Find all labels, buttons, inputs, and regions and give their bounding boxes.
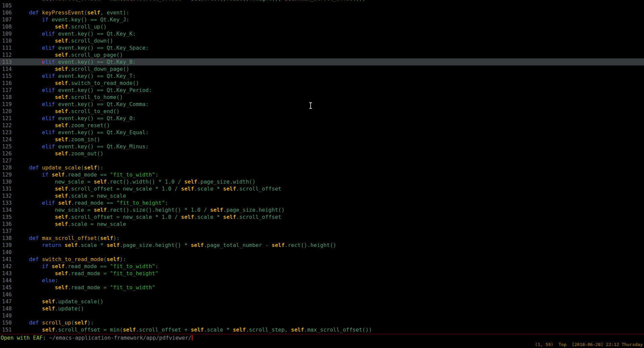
code-line[interactable]: 108 self.scroll_up() [0,23,644,30]
code-line[interactable]: 139 return self.scale * self.page_size.h… [0,242,644,249]
code-line[interactable]: 128 def update_scale(self): [0,164,644,171]
code-line[interactable]: 125 elif event.key() == Qt.Key_Minus: [0,143,644,150]
line-code: elif event.key() == Qt.Key_Equal: [16,129,644,136]
line-code: self.scroll_down() [16,37,644,44]
code-line[interactable]: 138 def max_scroll_offset(self): [0,235,644,242]
code-line[interactable]: 149 [0,312,644,319]
line-code: elif event.key() == Qt.Key_K: [16,30,644,37]
code-line[interactable]: 120 self.scroll_to_end() [0,108,644,115]
code-line[interactable]: 119 elif event.key() == Qt.Key_Comma: [0,101,644,108]
line-code: if self.read_mode == "fit_to_width": [16,171,644,178]
code-line[interactable]: 145 self.read_mode = "fit_to_width" [0,284,644,291]
line-code: self.read_mode = "fit_to_width" [16,284,644,291]
code-line[interactable]: 127 [0,157,644,164]
code-line[interactable]: 112 self.scroll_up_page() [0,51,644,58]
code-line[interactable]: 135 self.scroll_offset = new_scale * 1.0… [0,213,644,220]
code-line[interactable]: 151 self.scroll_offset = min(self.scroll… [0,326,644,333]
code-line[interactable]: 105 [0,2,644,9]
code-line[interactable]: 134 new_scale = self.rect().size().heigh… [0,206,644,213]
tray-info: (1, 59) Top [2018-06-28] 22:12 Thursday [535,342,643,347]
line-code: self.update_scale() [16,298,644,305]
code-line[interactable]: 148 self.update() [0,305,644,312]
line-code: def switch_to_read_mode(self): [16,256,644,263]
code-line[interactable]: 130 new_scale = self.rect().width() * 1.… [0,178,644,185]
line-code: self.scale = new_scale [16,220,644,228]
line-code: self.scroll_to_end() [16,108,644,115]
line-number: 129 [0,171,16,178]
line-number: 144 [0,277,16,284]
line-number: 128 [0,164,16,171]
code-line[interactable]: 116 self.switch_to_read_mode() [0,80,644,87]
code-line[interactable]: 143 self.read_mode = "fit_to_height" [0,270,644,277]
line-code: self.switch_to_read_mode() [16,80,644,87]
line-code: self.zoom_in() [16,136,644,143]
code-line[interactable]: 137 [0,228,644,235]
line-number: 131 [0,185,16,192]
code-line[interactable]: 141 def switch_to_read_mode(self): [0,256,644,263]
code-line[interactable]: 114 self.scroll_down_page() [0,65,644,72]
line-code: new_scale = self.rect().size().height() … [16,206,644,213]
code-line[interactable]: 122 self.zoom_reset() [0,122,644,129]
code-line[interactable]: 115 elif event.key() == Qt.Key_T: [0,72,644,80]
code-line[interactable]: 111 elif event.key() == Qt.Key_Space: [0,44,644,51]
line-number: 117 [0,87,16,94]
code-line[interactable]: 150 def scroll_up(self): [0,319,644,326]
emacs-frame: self.scroll_offset = min(self.scroll_off… [0,0,644,348]
line-number: 140 [0,249,16,256]
code-line[interactable]: 146 [0,291,644,298]
line-code [16,249,644,256]
code-line[interactable]: 147 self.update_scale() [0,298,644,305]
code-line[interactable]: 110 self.scroll_down() [0,37,644,44]
mouse-cursor-ibeam [310,103,311,108]
line-number: 148 [0,305,16,312]
code-line[interactable]: 109 elif event.key() == Qt.Key_K: [0,30,644,37]
line-number: 141 [0,256,16,263]
line-code: self.zoom_out() [16,150,644,157]
code-line[interactable]: 117 elif event.key() == Qt.Key_Period: [0,87,644,94]
code-line[interactable]: 129 if self.read_mode == "fit_to_width": [0,171,644,178]
line-number: 116 [0,80,16,87]
line-number: 107 [0,16,16,23]
code-line[interactable]: 144 else: [0,277,644,284]
line-number: 136 [0,220,16,228]
line-number: 127 [0,157,16,164]
line-number: 132 [0,192,16,199]
line-number: 146 [0,291,16,298]
code-line[interactable]: 107 if event.key() == Qt.Key_J: [0,16,644,23]
line-code: if event.key() == Qt.Key_J: [16,16,644,23]
minibuffer-input[interactable]: ~/emacs-application-framework/app/pdfvie… [49,335,192,341]
line-number: 108 [0,23,16,30]
line-code: self.scroll_offset = min(self.scroll_off… [16,326,644,333]
line-code: def keyPressEvent(self, event): [16,9,644,16]
line-number: 133 [0,199,16,206]
line-code: self.zoom_reset() [16,122,644,129]
code-line[interactable]: 106 def keyPressEvent(self, event): [0,9,644,16]
code-line[interactable]: 136 self.scale = new_scale [0,220,644,228]
line-number: 139 [0,242,16,249]
code-line[interactable]: 142 if self.read_mode == "fit_to_width": [0,263,644,270]
code-line[interactable]: 124 self.zoom_in() [0,136,644,143]
line-number: 134 [0,206,16,213]
code-line[interactable]: 121 elif event.key() == Qt.Key_0: [0,115,644,122]
code-line[interactable]: 131 self.scroll_offset = new_scale * 1.0… [0,185,644,192]
line-number: 126 [0,150,16,157]
line-code: self.scroll_offset = new_scale * 1.0 / s… [16,185,644,192]
code-line[interactable]: 133 elif self.read_mode == "fit_to_heigh… [0,199,644,206]
code-line-current[interactable]: 113 elif event.key() == Qt.Key_B: [0,58,644,65]
code-line[interactable]: 126 self.zoom_out() [0,150,644,157]
line-number: 115 [0,72,16,80]
minibuffer-cursor [192,335,193,340]
line-code: elif event.key() == Qt.Key_0: [16,115,644,122]
line-code [16,157,644,164]
code-line[interactable]: 118 self.scroll_to_home() [0,94,644,101]
code-line[interactable]: 123 elif event.key() == Qt.Key_Equal: [0,129,644,136]
line-number: 135 [0,213,16,220]
code-line[interactable]: 132 self.scale = new_scale [0,192,644,199]
code-buffer[interactable]: self.scroll_offset = min(self.scroll_off… [0,0,644,334]
code-line[interactable]: 140 [0,249,644,256]
line-number: 143 [0,270,16,277]
minibuffer[interactable]: Open with EAF: ~/emacs-application-frame… [0,334,644,341]
line-code: self.update() [16,305,644,312]
line-number: 122 [0,122,16,129]
line-number: 138 [0,235,16,242]
